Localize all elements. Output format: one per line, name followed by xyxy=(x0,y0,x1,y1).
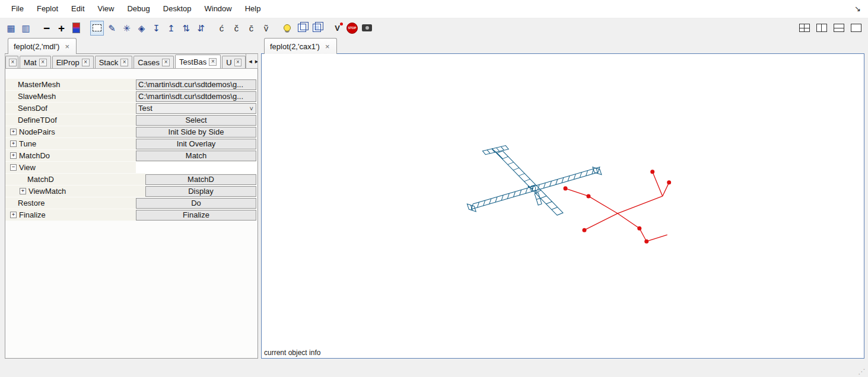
left-panel-body: ×Mat×ElProp×Stack×Cases×TestBas×U×◂▸ Mas… xyxy=(5,53,258,359)
menu-view[interactable]: View xyxy=(91,0,121,18)
model-properties-button[interactable]: ▦ xyxy=(4,21,18,36)
expander-plus-icon[interactable]: + xyxy=(10,152,17,159)
subtab-cases[interactable]: Cases× xyxy=(133,56,174,69)
close-icon[interactable]: × xyxy=(9,59,17,66)
cursor-face-button[interactable]: ṽ xyxy=(259,21,273,36)
close-icon[interactable]: × xyxy=(63,43,71,50)
subtab-elprop[interactable]: ElProp× xyxy=(52,56,94,69)
expander-plus-icon[interactable]: + xyxy=(10,212,17,218)
tab-label: feplot(2,'cax1') xyxy=(270,42,320,51)
prop-label: Tune xyxy=(19,139,36,148)
matchdo-button[interactable]: Match xyxy=(136,151,256,161)
iiplot-properties-button[interactable]: ▥ xyxy=(19,21,33,36)
triax-button[interactable]: V xyxy=(330,21,344,36)
menubar: FileFeplotEditViewDebugDesktopWindowHelp… xyxy=(0,0,868,18)
cursor-edge-button[interactable]: c̄ xyxy=(244,21,258,36)
tab-label: feplot(2,'mdl') xyxy=(14,42,59,51)
viewmatch-button[interactable]: Display xyxy=(145,186,256,197)
light-icon xyxy=(284,24,291,31)
tab-feplot-cax1[interactable]: feplot(2,'cax1') × xyxy=(264,38,337,54)
sensdof-dropdown[interactable]: Test˅ xyxy=(136,103,256,114)
subtab-testbas[interactable]: TestBas× xyxy=(175,55,221,69)
cursor-face-icon: ṽ xyxy=(264,24,269,33)
menu-feplot[interactable]: Feplot xyxy=(30,0,65,18)
resize-grip-icon[interactable]: ⋰ xyxy=(858,368,865,376)
tune-button[interactable]: Init Overlay xyxy=(136,139,256,149)
pick-node-icon: ✎ xyxy=(108,24,116,33)
definetdof-button[interactable]: Select xyxy=(136,115,256,126)
zoom-in-button[interactable]: + xyxy=(55,21,68,36)
menu-file[interactable]: File xyxy=(5,0,30,18)
cursor-node-button[interactable]: ć xyxy=(215,21,228,36)
toolbar-separator xyxy=(274,21,279,36)
subtab-clipped[interactable]: × xyxy=(5,56,18,69)
nodepairs-button[interactable]: Init Side by Side xyxy=(136,127,256,138)
view-cube-1-button[interactable] xyxy=(295,21,309,36)
scroll-right-icon[interactable]: ▸ xyxy=(255,57,258,65)
light-button[interactable] xyxy=(280,21,294,36)
orient-button[interactable]: ◈ xyxy=(135,21,148,36)
restore-button[interactable]: Do xyxy=(136,198,256,209)
toolbar-separator xyxy=(33,21,39,36)
close-icon[interactable]: × xyxy=(162,59,170,66)
prop-label: ViewMatch xyxy=(28,187,66,196)
align-up-button[interactable]: ↥ xyxy=(164,21,178,36)
prop-value-cell: Init Side by Side xyxy=(136,126,257,138)
snapshot-button[interactable] xyxy=(360,21,374,36)
prop-label: Finalize xyxy=(19,210,46,219)
pick-node-button[interactable]: ✎ xyxy=(105,21,119,36)
menu-overflow-icon[interactable]: ↘ xyxy=(854,0,861,18)
menu-help[interactable]: Help xyxy=(239,0,268,18)
menu-debug[interactable]: Debug xyxy=(120,0,156,18)
prop-row-finalize: +FinalizeFinalize xyxy=(5,209,257,221)
expander-plus-icon[interactable]: + xyxy=(20,188,26,194)
layout-horizontal-split-button[interactable] xyxy=(832,21,845,36)
subtab-stack[interactable]: Stack× xyxy=(95,56,133,69)
node-marker-button[interactable]: ✳ xyxy=(120,21,133,36)
subtab-u[interactable]: U× xyxy=(222,56,246,69)
swap-cycle-button[interactable]: ⇵ xyxy=(194,21,208,36)
prop-label: MatchDo xyxy=(19,151,50,160)
menu-window[interactable]: Window xyxy=(198,0,238,18)
zoom-out-button[interactable]: − xyxy=(40,21,53,36)
expander-minus-icon[interactable]: − xyxy=(10,164,17,171)
close-icon[interactable]: × xyxy=(234,59,242,66)
prop-value-cell: C:\martin\sdt.cur\sdtdemos\g... xyxy=(136,79,257,91)
prop-row-mastermesh: MasterMeshC:\martin\sdt.cur\sdtdemos\g..… xyxy=(5,79,257,91)
plot-canvas[interactable]: current object info xyxy=(261,53,864,359)
tab-feplot-mdl[interactable]: feplot(2,'mdl') × xyxy=(8,38,77,54)
expander-plus-icon[interactable]: + xyxy=(10,140,17,147)
menu-desktop[interactable]: Desktop xyxy=(157,0,198,18)
rect-select-button[interactable] xyxy=(90,21,104,36)
prop-value-cell: Display xyxy=(145,186,257,197)
cursor-elt-button[interactable]: č xyxy=(230,21,243,36)
swap-updown-button[interactable]: ⇅ xyxy=(179,21,193,36)
close-icon[interactable]: × xyxy=(209,58,217,66)
view-cube-2-icon xyxy=(313,24,321,32)
zoom-in-icon: + xyxy=(58,23,65,34)
prop-label: Restore xyxy=(18,199,45,207)
colorbar-button[interactable] xyxy=(69,21,83,36)
layout-single-button[interactable] xyxy=(849,21,863,36)
close-icon[interactable]: × xyxy=(39,59,47,66)
view-cube-2-button[interactable] xyxy=(310,21,323,36)
finalize-button[interactable]: Finalize xyxy=(136,210,256,221)
layout-grid-button[interactable] xyxy=(797,21,811,36)
layout-vertical-split-button[interactable] xyxy=(815,21,828,36)
prop-label-cell: SlaveMesh xyxy=(5,91,136,103)
stop-button[interactable]: STOP xyxy=(345,21,359,36)
subtab-mat[interactable]: Mat× xyxy=(20,56,51,69)
toolbar: ▦▥−+✎✳◈↧↥⇅⇵ćčc̄ṽVSTOP xyxy=(0,18,868,37)
prop-label: DefineTDof xyxy=(18,116,57,124)
expander-plus-icon[interactable]: + xyxy=(10,129,17,135)
menu-edit[interactable]: Edit xyxy=(65,0,91,18)
close-icon[interactable]: × xyxy=(324,43,331,50)
slavemesh-field[interactable]: C:\martin\sdt.cur\sdtdemos\g... xyxy=(136,91,256,102)
close-icon[interactable]: × xyxy=(82,59,90,66)
matchd-button[interactable]: MatchD xyxy=(145,174,256,185)
align-down-button[interactable]: ↧ xyxy=(150,21,163,36)
mastermesh-field[interactable]: C:\martin\sdt.cur\sdtdemos\g... xyxy=(136,79,256,90)
layout-grid-icon xyxy=(799,24,810,32)
close-icon[interactable]: × xyxy=(120,59,128,66)
scroll-left-icon[interactable]: ◂ xyxy=(249,57,252,65)
